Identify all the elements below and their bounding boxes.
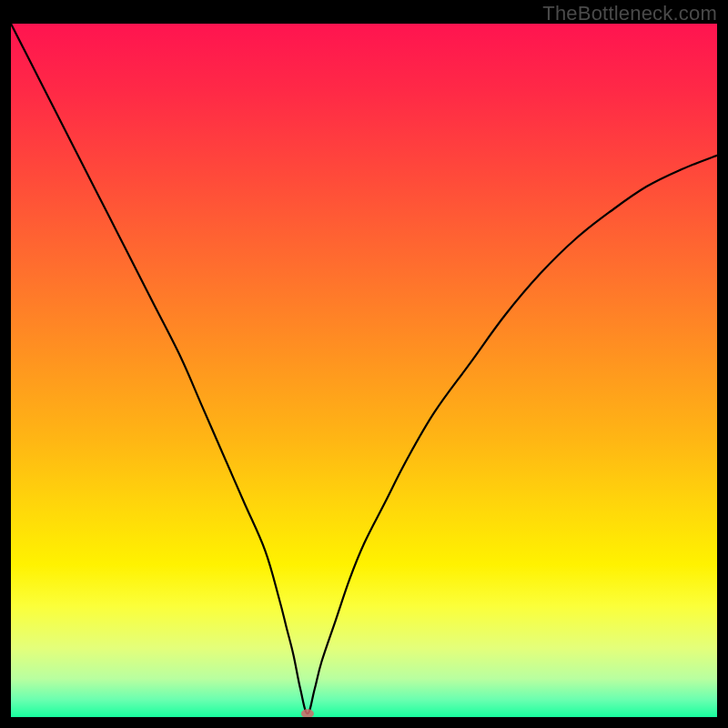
chart-plot-area xyxy=(11,24,717,717)
chart-outer-frame: TheBottleneck.com xyxy=(0,0,728,728)
gradient-background xyxy=(11,24,717,717)
watermark-text: TheBottleneck.com xyxy=(542,2,717,25)
chart-svg xyxy=(11,24,717,717)
